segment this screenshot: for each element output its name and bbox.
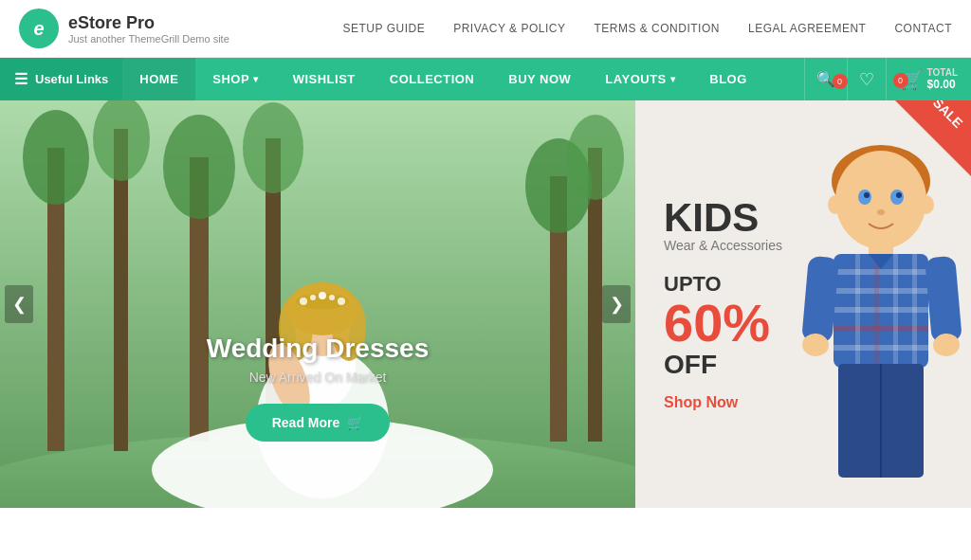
nav-terms-condition[interactable]: TERMS & CONDITION [594,22,720,35]
slider-subtitle: New Arrived On Market [249,370,387,385]
logo-area: e eStore Pro Just another ThemeGrill Dem… [19,9,229,48]
cart-icon-wrapper: 🛒 0 [900,68,924,91]
nav-right-area: 🔍 ♡ 0 🛒 0 TOTAL $0.00 [804,58,971,100]
wishlist-icon-wrapper: ♡ 0 [859,69,874,90]
nav-buy-now[interactable]: BUY NOW [491,58,588,100]
nav-shop[interactable]: SHOP ▾ [195,58,275,100]
nav-layouts-label: LAYOUTS [605,72,666,86]
hero-slider: Wedding Dresses New Arrived On Market Re… [0,100,635,508]
cart-total-info: TOTAL $0.00 [927,67,958,91]
nav-items: HOME SHOP ▾ WISHLIST COLLECTION BUY NOW … [122,58,803,100]
logo-text: eStore Pro Just another ThemeGrill Demo … [68,13,229,45]
slider-content: Wedding Dresses New Arrived On Market Re… [0,100,635,508]
promo-off: OFF [664,350,943,380]
heart-icon: ♡ [859,70,874,89]
promo-category: KIDS [664,198,943,238]
site-title: eStore Pro [68,13,229,33]
cart-total-label: TOTAL [927,67,958,78]
hero-section: Wedding Dresses New Arrived On Market Re… [0,100,971,508]
promo-discount: 60% [664,297,943,350]
site-subtitle: Just another ThemeGrill Demo site [68,33,229,45]
nav-legal-agreement[interactable]: LEGAL AGREEMENT [748,22,866,35]
shop-now-link[interactable]: Shop Now [664,394,738,410]
cart-badge: 0 [893,73,908,88]
shopping-cart-icon: 🛒 [347,415,363,430]
read-more-label: Read More [272,415,340,430]
top-bar: e eStore Pro Just another ThemeGrill Dem… [0,0,971,58]
top-navigation: SETUP GUIDE PRIVACY & POLICY TERMS & CON… [343,22,952,35]
cart-button[interactable]: 🛒 0 TOTAL $0.00 [886,58,971,100]
nav-home[interactable]: HOME [122,58,195,100]
cart-total-amount: $0.00 [927,78,958,91]
slider-next-button[interactable]: ❯ [602,285,631,323]
nav-privacy-policy[interactable]: PRIVACY & POLICY [453,22,565,35]
promo-content: KIDS Wear & Accessories UPTO 60% OFF Sho… [664,198,943,411]
useful-links-button[interactable]: ☰ Useful Links [0,58,122,100]
nav-collection[interactable]: COLLECTION [373,58,492,100]
wishlist-badge: 0 [833,74,848,89]
main-navigation: ☰ Useful Links HOME SHOP ▾ WISHLIST COLL… [0,58,971,100]
chevron-left-icon: ❮ [12,294,27,315]
logo-icon: e [19,9,59,48]
chevron-right-icon: ❯ [610,294,624,315]
slider-title: Wedding Dresses [207,334,429,364]
nav-wishlist[interactable]: WISHLIST [276,58,373,100]
chevron-down-icon: ▾ [253,74,259,84]
chevron-down-icon-2: ▾ [670,74,676,84]
nav-setup-guide[interactable]: SETUP GUIDE [343,22,426,35]
nav-layouts[interactable]: LAYOUTS ▾ [588,58,692,100]
nav-blog[interactable]: BLOG [692,58,764,100]
nav-contact[interactable]: CONTACT [894,22,952,35]
slider-prev-button[interactable]: ❮ [5,285,33,323]
promo-subcategory: Wear & Accessories [664,238,943,253]
read-more-button[interactable]: Read More 🛒 [246,404,391,442]
useful-links-label: Useful Links [35,72,108,86]
wishlist-cart-button[interactable]: ♡ 0 [847,58,886,100]
promo-panel: SALE [635,100,971,508]
nav-shop-label: SHOP [212,72,249,86]
hamburger-icon: ☰ [14,70,27,88]
